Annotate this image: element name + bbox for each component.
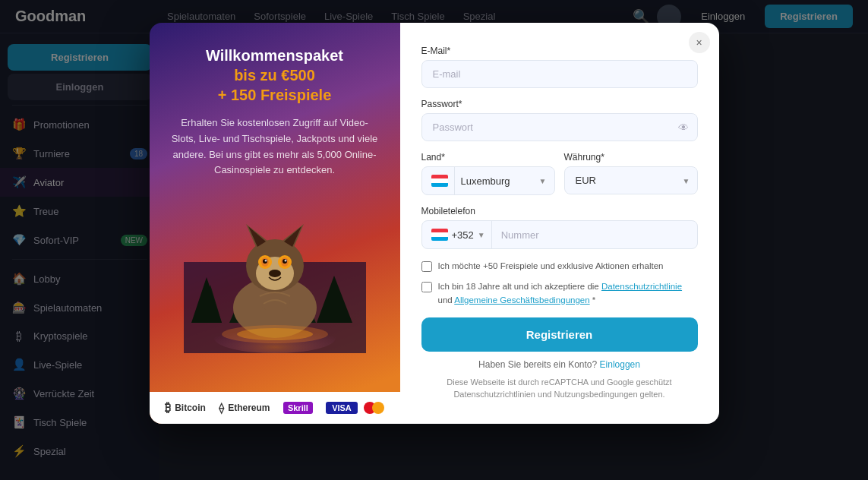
country-select-wrapper: Luxemburg ▼: [421, 166, 555, 195]
agb-link[interactable]: Allgemeine Geschäftsbedingungen: [454, 295, 589, 305]
promo-title: Willkommenspaket bis zu €500 + 150 Freis…: [171, 46, 379, 105]
freispiele-checkbox[interactable]: [421, 261, 432, 272]
terms-checkbox[interactable]: [421, 282, 432, 292]
recaptcha-notice: Diese Webseite ist durch reCAPTCHA und G…: [421, 376, 698, 401]
country-label: Land*: [421, 152, 555, 163]
already-account-text: Haben Sie bereits ein Konto? Einloggen: [421, 359, 698, 370]
svg-point-23: [284, 260, 286, 262]
terms-checkbox-group: Ich bin 18 Jahre alt und ich akzeptiere …: [421, 280, 698, 307]
country-flag-prefix: [422, 167, 455, 194]
terms-checkbox-label: Ich bin 18 Jahre alt und ich akzeptiere …: [438, 280, 698, 307]
visa-badge: VISA: [326, 402, 358, 414]
ethereum-label: Ethereum: [228, 403, 270, 413]
modal-overlay: Willkommenspaket bis zu €500 + 150 Freis…: [0, 0, 868, 480]
freispiele-checkbox-label: Ich möchte +50 Freispiele und exklusive …: [438, 260, 664, 273]
email-label: E-Mail*: [421, 46, 698, 56]
phone-input-wrapper: +352 ▼: [421, 220, 698, 249]
phone-number-input[interactable]: [492, 222, 697, 248]
svg-point-26: [237, 328, 313, 340]
country-select[interactable]: Luxemburg: [455, 168, 554, 194]
password-wrapper: 👁: [421, 113, 698, 141]
modal-promo-panel: Willkommenspaket bis zu €500 + 150 Freis…: [150, 23, 400, 424]
datenschutz-link[interactable]: Datenschutzrichtlinie: [601, 282, 682, 291]
luxembourg-flag: [431, 175, 448, 187]
password-form-group: Passwort* 👁: [421, 99, 698, 141]
promo-subtitle: Erhalten Sie kostenlosen Zugriff auf Vid…: [171, 115, 379, 178]
phone-form-group: Mobiletelefon +352 ▼: [421, 206, 698, 249]
svg-point-24: [269, 270, 281, 277]
payment-methods-bar: ₿ Bitcoin ⟠ Ethereum Skrill VISA: [150, 392, 400, 424]
country-currency-row: Land* Luxemburg ▼ Währung*: [421, 152, 698, 206]
password-input[interactable]: [421, 113, 698, 141]
email-form-group: E-Mail*: [421, 46, 698, 88]
currency-label: Währung*: [564, 152, 698, 163]
wolf-illustration: [184, 186, 366, 353]
password-label: Passwort*: [421, 99, 698, 109]
bitcoin-label: Bitcoin: [175, 403, 206, 413]
visa-payment: VISA: [326, 402, 384, 414]
phone-label: Mobiletelefon: [421, 206, 698, 216]
phone-code: +352: [452, 229, 474, 241]
einloggen-link[interactable]: Einloggen: [600, 359, 640, 370]
modal-close-button[interactable]: ×: [689, 32, 710, 53]
freispiele-checkbox-group: Ich möchte +50 Freispiele und exklusive …: [421, 260, 698, 273]
toggle-password-icon[interactable]: 👁: [678, 122, 689, 134]
currency-form-group: Währung* EUR ▼: [564, 152, 698, 195]
phone-flag: [431, 229, 448, 241]
registration-modal: Willkommenspaket bis zu €500 + 150 Freis…: [150, 23, 719, 424]
currency-select[interactable]: EUR: [564, 166, 698, 194]
country-form-group: Land* Luxemburg ▼: [421, 152, 555, 195]
svg-point-22: [264, 260, 267, 262]
modal-form-panel: × E-Mail* Passwort* 👁 Land*: [400, 23, 719, 424]
currency-select-wrapper: EUR ▼: [564, 166, 698, 194]
skrill-badge: Skrill: [283, 402, 313, 414]
skrill-payment: Skrill: [283, 402, 313, 414]
bitcoin-payment: ₿ Bitcoin: [165, 401, 206, 415]
ethereum-payment: ⟠ Ethereum: [219, 402, 270, 414]
email-input[interactable]: [421, 60, 698, 88]
register-submit-button[interactable]: Registrieren: [421, 317, 698, 352]
phone-chevron-icon: ▼: [478, 231, 485, 239]
phone-flag-prefix[interactable]: +352 ▼: [422, 221, 492, 248]
